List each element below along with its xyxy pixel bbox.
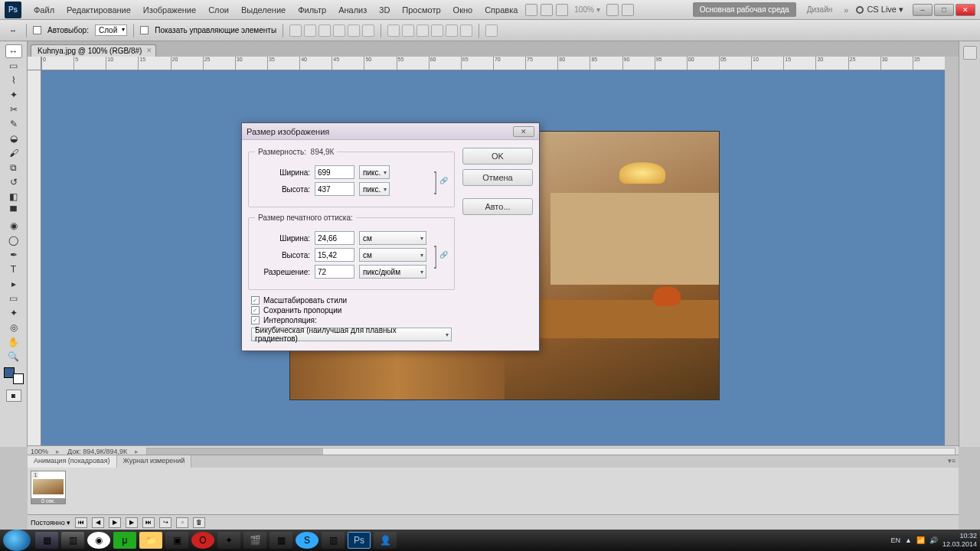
dialog-close-button[interactable]: ✕ bbox=[513, 126, 534, 137]
align-bottom-icon[interactable] bbox=[318, 24, 331, 37]
zoom-display[interactable]: 100% ▾ bbox=[574, 5, 599, 14]
task-utorrent[interactable]: μ bbox=[113, 532, 136, 549]
eyedropper-tool[interactable]: ✎ bbox=[5, 117, 22, 131]
menu-window[interactable]: Окно bbox=[447, 5, 479, 15]
task-icon[interactable]: ▥ bbox=[322, 532, 345, 549]
quickmask-button[interactable]: ◙ bbox=[6, 390, 21, 402]
align-right-icon[interactable] bbox=[362, 24, 374, 37]
new-frame-button[interactable]: ▫ bbox=[176, 517, 188, 528]
dist-bottom-icon[interactable] bbox=[416, 24, 429, 37]
document-tab[interactable]: Kuhnya.jpg @ 100% (RGB/8#) ✕ bbox=[31, 44, 156, 57]
workspace-essentials[interactable]: Основная рабочая среда bbox=[693, 2, 796, 17]
pen-tool[interactable]: ✒ bbox=[5, 248, 22, 262]
history-brush-tool[interactable]: ↺ bbox=[5, 175, 22, 189]
menu-image[interactable]: Изображение bbox=[137, 5, 202, 15]
interp-dropdown[interactable]: Бикубическая (наилучшая для плавных град… bbox=[251, 328, 452, 341]
3d-camera-tool[interactable]: ◎ bbox=[5, 321, 22, 334]
h-scroll-thumb[interactable] bbox=[147, 448, 323, 455]
stamp-tool[interactable]: ⧉ bbox=[5, 161, 22, 174]
grid-icon[interactable] bbox=[622, 4, 634, 16]
lasso-tool[interactable]: ⌇ bbox=[5, 73, 22, 87]
cancel-button[interactable]: Отмена bbox=[462, 169, 533, 186]
task-folder[interactable]: 📁 bbox=[139, 532, 162, 549]
last-frame-button[interactable]: ⏭ bbox=[142, 517, 155, 528]
px-width-input[interactable] bbox=[315, 165, 354, 179]
start-button[interactable] bbox=[3, 530, 31, 551]
arrange-icon[interactable] bbox=[606, 4, 619, 16]
tray-volume-icon[interactable]: 🔊 bbox=[929, 536, 938, 544]
first-frame-button[interactable]: ⏮ bbox=[75, 517, 87, 528]
task-skype[interactable]: S bbox=[296, 532, 318, 549]
menu-3d[interactable]: 3D bbox=[373, 5, 396, 15]
auto-button[interactable]: Авто... bbox=[462, 198, 533, 215]
print-height-input[interactable] bbox=[315, 248, 354, 262]
path-tool[interactable]: ▸ bbox=[5, 277, 22, 291]
menu-help[interactable]: Справка bbox=[479, 5, 524, 15]
window-minimize[interactable]: – bbox=[913, 4, 933, 16]
resolution-input[interactable] bbox=[315, 265, 354, 279]
h-scrollbar[interactable] bbox=[146, 448, 956, 455]
3d-tool[interactable]: ✦ bbox=[5, 306, 22, 320]
print-width-unit[interactable]: см bbox=[359, 231, 426, 245]
autoselect-dropdown[interactable]: Слой bbox=[95, 24, 127, 36]
dist-top-icon[interactable] bbox=[387, 24, 400, 37]
shape-tool[interactable]: ▭ bbox=[5, 292, 22, 305]
align-left-icon[interactable] bbox=[333, 24, 345, 37]
zoom-tool[interactable]: 🔍 bbox=[5, 350, 22, 364]
background-swatch[interactable] bbox=[13, 373, 24, 384]
align-top-icon[interactable] bbox=[289, 24, 302, 37]
print-width-input[interactable] bbox=[315, 231, 354, 245]
interp-checkbox[interactable]: ✓ bbox=[251, 316, 260, 324]
show-controls-checkbox[interactable] bbox=[140, 26, 149, 34]
healing-tool[interactable]: ◒ bbox=[5, 132, 22, 145]
dist-right-icon[interactable] bbox=[460, 24, 472, 37]
frame-1[interactable]: 1 0 сек. bbox=[31, 471, 66, 504]
delete-frame-button[interactable]: 🗑 bbox=[193, 517, 205, 528]
eraser-tool[interactable]: ◧ bbox=[5, 190, 22, 204]
tab-measure-log[interactable]: Журнал измерений bbox=[117, 455, 192, 468]
task-opera[interactable]: O bbox=[191, 532, 214, 549]
resolution-unit[interactable]: пикс/дюйм bbox=[359, 265, 426, 279]
print-height-unit[interactable]: см bbox=[359, 248, 426, 262]
px-width-unit[interactable]: пикс. bbox=[359, 165, 390, 179]
task-icon[interactable]: 🎬 bbox=[243, 532, 266, 549]
frame-duration[interactable]: 0 сек. bbox=[31, 498, 65, 504]
tray-lang[interactable]: EN bbox=[891, 536, 901, 544]
autoselect-checkbox[interactable] bbox=[33, 26, 41, 34]
menu-analysis[interactable]: Анализ bbox=[332, 5, 373, 15]
blur-tool[interactable]: ◉ bbox=[5, 219, 22, 233]
dist-left-icon[interactable] bbox=[431, 24, 443, 37]
dist-vcenter-icon[interactable] bbox=[402, 24, 414, 37]
task-icon[interactable]: ▣ bbox=[165, 532, 188, 549]
bridge-icon[interactable] bbox=[525, 4, 537, 16]
wand-tool[interactable]: ✦ bbox=[5, 88, 22, 102]
prev-frame-button[interactable]: ◀ bbox=[92, 517, 104, 528]
menu-file[interactable]: Файл bbox=[28, 5, 60, 15]
menu-edit[interactable]: Редактирование bbox=[60, 5, 137, 15]
dodge-tool[interactable]: ◯ bbox=[5, 233, 22, 247]
align-vcenter-icon[interactable] bbox=[304, 24, 316, 37]
align-hcenter-icon[interactable] bbox=[348, 24, 360, 37]
screenmode-icon[interactable] bbox=[556, 4, 568, 16]
tab-animation[interactable]: Анимация (покадровая) bbox=[28, 455, 117, 468]
dialog-titlebar[interactable]: Размер изображения ✕ bbox=[242, 123, 539, 140]
task-photoshop[interactable]: Ps bbox=[348, 532, 371, 549]
menu-filter[interactable]: Фильтр bbox=[292, 5, 332, 15]
hand-tool[interactable]: ✋ bbox=[5, 335, 22, 349]
doctab-close-icon[interactable]: ✕ bbox=[146, 47, 152, 54]
panel-icon-1[interactable] bbox=[963, 46, 977, 60]
tray-network-icon[interactable]: 📶 bbox=[916, 536, 925, 544]
crop-tool[interactable]: ✂ bbox=[5, 103, 22, 116]
panel-menu-icon[interactable]: ▾≡ bbox=[948, 457, 956, 465]
minibridge-icon[interactable] bbox=[541, 4, 553, 16]
tray-flag-icon[interactable]: ▲ bbox=[905, 536, 912, 544]
task-icon[interactable]: ▦ bbox=[270, 532, 292, 549]
system-tray[interactable]: EN ▲ 📶 🔊 10:32 12.03.2014 bbox=[891, 532, 977, 549]
window-maximize[interactable]: □ bbox=[934, 4, 954, 16]
loop-dropdown[interactable]: Постоянно ▾ bbox=[31, 519, 70, 527]
scale-styles-checkbox[interactable]: ✓ bbox=[251, 296, 260, 305]
auto-align-icon[interactable] bbox=[485, 24, 498, 37]
move-tool[interactable]: ↔ bbox=[5, 44, 22, 58]
tray-clock[interactable]: 10:32 12.03.2014 bbox=[942, 532, 977, 549]
ok-button[interactable]: OK bbox=[462, 148, 533, 165]
